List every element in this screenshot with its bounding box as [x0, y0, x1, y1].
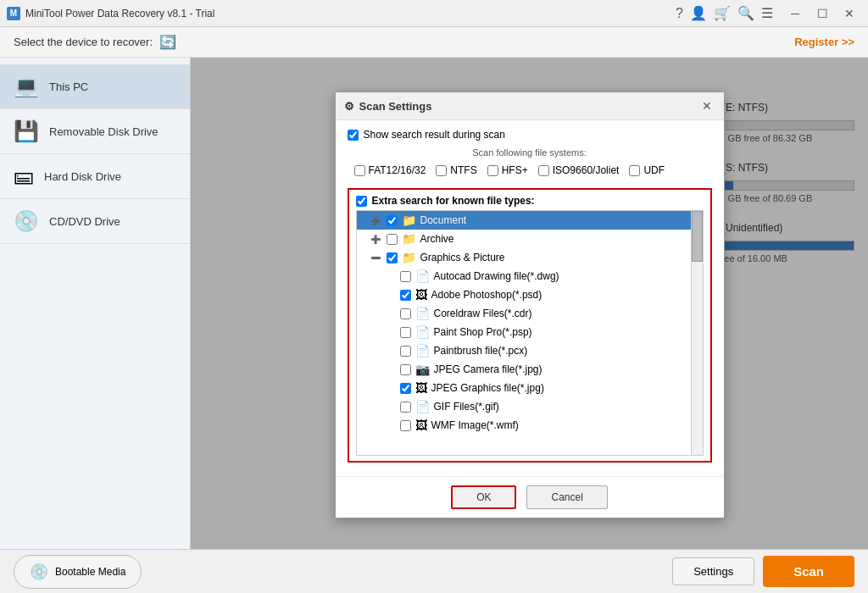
top-bar: Select the device to recover: 🔄 Register…: [0, 27, 868, 58]
photoshop-icon: 🖼: [415, 288, 427, 302]
fs-checkboxes: FAT12/16/32 NTFS HFS+: [348, 161, 712, 180]
this-pc-icon: 💻: [14, 75, 39, 98]
sidebar-label-hard-disk: Hard Disk Drive: [44, 170, 121, 183]
minimize-button[interactable]: ─: [783, 3, 807, 24]
archive-checkbox[interactable]: [387, 234, 398, 245]
paintbrush-icon: 📄: [415, 344, 430, 357]
cd-dvd-icon: 💿: [14, 209, 39, 233]
scan-button[interactable]: Scan: [763, 556, 854, 587]
refresh-icon[interactable]: 🔄: [159, 34, 176, 50]
title-bar-icons: ? 👤 🛒 🔍 ☰: [676, 5, 773, 21]
sidebar-item-cd-dvd[interactable]: 💿 CD/DVD Drive: [0, 199, 190, 244]
settings-button[interactable]: Settings: [672, 557, 754, 585]
gif-icon: 📄: [415, 400, 430, 413]
fs-hfs-label: HFS+: [487, 164, 528, 176]
fs-iso-text: ISO9660/Joliet: [553, 164, 620, 176]
select-device-label: Select the device to recover:: [14, 36, 153, 48]
tree-item-wmf[interactable]: 🖼 WMF Image(*.wmf): [357, 416, 703, 435]
cart-icon[interactable]: 🛒: [714, 5, 731, 21]
paintbrush-checkbox[interactable]: [400, 346, 411, 357]
archive-label: Archive: [420, 233, 454, 245]
jpeg-graphics-icon: 🖼: [415, 381, 427, 395]
fs-hfs-checkbox[interactable]: [487, 165, 498, 176]
tree-item-graphics[interactable]: ➖ 📁 Graphics & Picture: [357, 248, 703, 267]
coreldraw-checkbox[interactable]: [400, 308, 411, 319]
fs-fat-checkbox[interactable]: [354, 165, 365, 176]
sidebar: 💻 This PC 💾 Removable Disk Drive 🖴 Hard …: [0, 58, 191, 549]
sidebar-item-removable-disk[interactable]: 💾 Removable Disk Drive: [0, 109, 190, 154]
sidebar-item-this-pc[interactable]: 💻 This PC: [0, 64, 190, 109]
tree-item-archive[interactable]: ➕ 📁 Archive: [357, 230, 703, 248]
tree-scrollbar-thumb[interactable]: [692, 211, 703, 262]
jpeg-camera-checkbox[interactable]: [400, 364, 411, 375]
jpeg-graphics-label: JPEG Graphics file(*.jpg): [431, 382, 544, 394]
extra-search-box: Extra search for known file types: ➕: [348, 188, 712, 463]
archive-expander[interactable]: ➕: [370, 235, 382, 244]
tree-item-paintshop[interactable]: 📄 Paint Shop Pro(*.psp): [357, 323, 703, 341]
tree-item-jpeg-graphics[interactable]: 🖼 JPEG Graphics file(*.jpg): [357, 379, 703, 397]
tree-item-coreldraw[interactable]: 📄 Coreldraw Files(*.cdr): [357, 304, 703, 323]
tree-item-gif[interactable]: 📄 GIF Files(*.gif): [357, 397, 703, 416]
document-label: Document: [420, 214, 467, 226]
ok-button[interactable]: OK: [451, 485, 516, 509]
maximize-button[interactable]: ☐: [810, 3, 834, 24]
autocad-icon: 📄: [415, 269, 430, 283]
graphics-expander[interactable]: ➖: [370, 253, 382, 263]
extra-search-checkbox[interactable]: [356, 196, 367, 207]
graphics-checkbox[interactable]: [387, 252, 398, 263]
sidebar-label-removable-disk: Removable Disk Drive: [49, 125, 159, 138]
help-icon[interactable]: ?: [676, 6, 683, 21]
show-search-checkbox[interactable]: [348, 130, 359, 141]
show-search-row: Show search result during scan: [348, 129, 712, 141]
autocad-checkbox[interactable]: [400, 271, 411, 282]
fs-iso-checkbox[interactable]: [538, 165, 549, 176]
sidebar-item-hard-disk[interactable]: 🖴 Hard Disk Drive: [0, 154, 190, 199]
bootable-icon: 💿: [30, 563, 48, 581]
bootable-label: Bootable Media: [55, 566, 125, 578]
hard-disk-icon: 🖴: [14, 164, 34, 188]
tree-item-autocad[interactable]: 📄 Autocad Drawing file(*.dwg): [357, 267, 703, 285]
tree-scrollbar[interactable]: [691, 211, 703, 455]
photoshop-checkbox[interactable]: [400, 290, 411, 301]
register-link[interactable]: Register >>: [794, 36, 854, 48]
file-tree-scroll[interactable]: ➕ 📁 Document ➕ 📁: [357, 211, 703, 455]
graphics-folder-icon: 📁: [402, 251, 416, 264]
autocad-label: Autocad Drawing file(*.dwg): [434, 270, 559, 282]
fs-udf-text: UDF: [643, 164, 665, 176]
dialog-close-button[interactable]: ✕: [698, 97, 715, 114]
paintbrush-label: Paintbrush file(*.pcx): [434, 345, 528, 357]
overlay: ⚙ Scan Settings ✕ Show search result dur…: [191, 58, 868, 549]
fs-hfs-text: HFS+: [502, 164, 528, 176]
removable-disk-icon: 💾: [14, 119, 39, 143]
bootable-media-button[interactable]: 💿 Bootable Media: [14, 555, 142, 589]
main-content: ▲ ▲ 🖴 (E: NTFS) 85.90 GB free of 86.32 G…: [191, 58, 868, 549]
tree-item-jpeg-camera[interactable]: 📷 JPEG Camera file(*.jpg): [357, 360, 703, 379]
sidebar-label-this-pc: This PC: [49, 80, 88, 93]
menu-icon[interactable]: ☰: [761, 5, 773, 21]
document-checkbox[interactable]: [387, 215, 398, 226]
dialog-icon: ⚙: [344, 100, 354, 113]
paintshop-label: Paint Shop Pro(*.psp): [434, 326, 532, 338]
fs-udf-checkbox[interactable]: [629, 165, 640, 176]
search-icon[interactable]: 🔍: [737, 5, 754, 21]
fs-fat-label: FAT12/16/32: [354, 164, 426, 176]
gif-checkbox[interactable]: [400, 402, 411, 413]
tree-item-paintbrush[interactable]: 📄 Paintbrush file(*.pcx): [357, 341, 703, 360]
cancel-button[interactable]: Cancel: [526, 485, 607, 509]
close-button[interactable]: ✕: [837, 3, 861, 24]
bottom-bar: 💿 Bootable Media Settings Scan: [0, 549, 868, 593]
paintshop-checkbox[interactable]: [400, 327, 411, 338]
file-tree: ➕ 📁 Document ➕ 📁: [356, 210, 704, 456]
tree-item-photoshop[interactable]: 🖼 Adobe Photoshop(*.psd): [357, 285, 703, 304]
document-expander[interactable]: ➕: [370, 216, 382, 225]
extra-search-header: Extra search for known file types:: [356, 195, 704, 207]
wmf-icon: 🖼: [415, 418, 427, 432]
dialog-title-text: Scan Settings: [359, 100, 432, 113]
user-icon[interactable]: 👤: [690, 5, 707, 21]
wmf-checkbox[interactable]: [400, 420, 411, 431]
tree-item-document[interactable]: ➕ 📁 Document: [357, 211, 703, 230]
fs-ntfs-checkbox[interactable]: [436, 165, 447, 176]
show-search-label: Show search result during scan: [364, 129, 505, 141]
jpeg-graphics-checkbox[interactable]: [400, 383, 411, 394]
fs-section: Scan following file systems: FAT12/16/32…: [348, 147, 712, 180]
